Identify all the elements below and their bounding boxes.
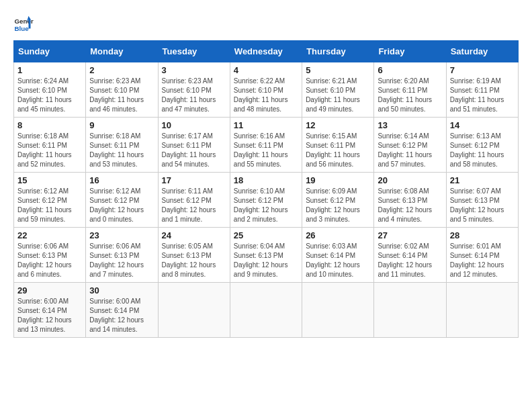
day-number: 20 <box>378 175 442 185</box>
col-header-sunday: Sunday <box>14 41 86 62</box>
day-number: 1 <box>17 65 82 75</box>
calendar-cell: 29Sunrise: 6:00 AMSunset: 6:14 PMDayligh… <box>14 283 86 338</box>
day-info: Sunrise: 6:09 AMSunset: 6:12 PMDaylight:… <box>306 187 370 224</box>
day-info: Sunrise: 6:17 AMSunset: 6:11 PMDaylight:… <box>162 132 226 169</box>
calendar-cell <box>374 283 446 338</box>
day-info: Sunrise: 6:00 AMSunset: 6:14 PMDaylight:… <box>17 297 82 334</box>
day-number: 10 <box>162 120 226 130</box>
day-info: Sunrise: 6:08 AMSunset: 6:13 PMDaylight:… <box>378 187 442 224</box>
calendar-cell: 5Sunrise: 6:21 AMSunset: 6:10 PMDaylight… <box>302 62 374 118</box>
day-info: Sunrise: 6:06 AMSunset: 6:13 PMDaylight:… <box>89 242 154 279</box>
day-info: Sunrise: 6:18 AMSunset: 6:11 PMDaylight:… <box>17 132 82 169</box>
calendar-cell: 26Sunrise: 6:03 AMSunset: 6:14 PMDayligh… <box>302 228 374 283</box>
week-row-4: 22Sunrise: 6:06 AMSunset: 6:13 PMDayligh… <box>14 228 519 283</box>
day-info: Sunrise: 6:06 AMSunset: 6:13 PMDaylight:… <box>17 242 82 279</box>
day-info: Sunrise: 6:01 AMSunset: 6:14 PMDaylight:… <box>450 242 515 279</box>
week-row-1: 1Sunrise: 6:24 AMSunset: 6:10 PMDaylight… <box>14 62 519 118</box>
day-number: 23 <box>89 230 154 240</box>
day-info: Sunrise: 6:03 AMSunset: 6:14 PMDaylight:… <box>306 242 370 279</box>
col-header-tuesday: Tuesday <box>158 41 230 62</box>
day-info: Sunrise: 6:16 AMSunset: 6:11 PMDaylight:… <box>234 132 298 169</box>
day-info: Sunrise: 6:18 AMSunset: 6:11 PMDaylight:… <box>89 132 154 169</box>
calendar-cell: 28Sunrise: 6:01 AMSunset: 6:14 PMDayligh… <box>446 228 518 283</box>
day-info: Sunrise: 6:15 AMSunset: 6:11 PMDaylight:… <box>306 132 370 169</box>
day-info: Sunrise: 6:05 AMSunset: 6:13 PMDaylight:… <box>162 242 226 279</box>
day-info: Sunrise: 6:20 AMSunset: 6:11 PMDaylight:… <box>378 77 442 114</box>
week-row-5: 29Sunrise: 6:00 AMSunset: 6:14 PMDayligh… <box>14 283 519 338</box>
calendar-cell: 22Sunrise: 6:06 AMSunset: 6:13 PMDayligh… <box>14 228 86 283</box>
calendar-cell <box>230 283 302 338</box>
day-number: 30 <box>89 285 154 295</box>
calendar-cell: 23Sunrise: 6:06 AMSunset: 6:13 PMDayligh… <box>86 228 158 283</box>
calendar-cell: 1Sunrise: 6:24 AMSunset: 6:10 PMDaylight… <box>14 62 86 118</box>
day-number: 24 <box>162 230 226 240</box>
day-number: 2 <box>89 65 154 75</box>
day-number: 11 <box>234 120 298 130</box>
day-info: Sunrise: 6:12 AMSunset: 6:12 PMDaylight:… <box>17 187 82 224</box>
calendar-cell: 19Sunrise: 6:09 AMSunset: 6:12 PMDayligh… <box>302 173 374 228</box>
calendar-cell: 25Sunrise: 6:04 AMSunset: 6:13 PMDayligh… <box>230 228 302 283</box>
day-number: 28 <box>450 230 515 240</box>
header: General Blue <box>13 13 519 34</box>
col-header-saturday: Saturday <box>446 41 518 62</box>
calendar-cell: 6Sunrise: 6:20 AMSunset: 6:11 PMDaylight… <box>374 62 446 118</box>
calendar-cell: 13Sunrise: 6:14 AMSunset: 6:12 PMDayligh… <box>374 118 446 173</box>
calendar-cell: 18Sunrise: 6:10 AMSunset: 6:12 PMDayligh… <box>230 173 302 228</box>
day-number: 27 <box>378 230 442 240</box>
day-number: 14 <box>450 120 515 130</box>
day-info: Sunrise: 6:11 AMSunset: 6:12 PMDaylight:… <box>162 187 226 224</box>
day-number: 8 <box>17 120 82 130</box>
logo-icon: General Blue <box>13 13 34 34</box>
day-number: 18 <box>234 175 298 185</box>
calendar-cell: 17Sunrise: 6:11 AMSunset: 6:12 PMDayligh… <box>158 173 230 228</box>
day-number: 4 <box>234 65 298 75</box>
calendar-cell: 24Sunrise: 6:05 AMSunset: 6:13 PMDayligh… <box>158 228 230 283</box>
calendar-cell: 2Sunrise: 6:23 AMSunset: 6:10 PMDaylight… <box>86 62 158 118</box>
day-number: 25 <box>234 230 298 240</box>
calendar-cell: 14Sunrise: 6:13 AMSunset: 6:12 PMDayligh… <box>446 118 518 173</box>
col-header-friday: Friday <box>374 41 446 62</box>
calendar-cell: 3Sunrise: 6:23 AMSunset: 6:10 PMDaylight… <box>158 62 230 118</box>
day-number: 17 <box>162 175 226 185</box>
calendar-cell: 30Sunrise: 6:00 AMSunset: 6:14 PMDayligh… <box>86 283 158 338</box>
calendar-cell: 12Sunrise: 6:15 AMSunset: 6:11 PMDayligh… <box>302 118 374 173</box>
calendar-cell <box>158 283 230 338</box>
calendar-cell <box>302 283 374 338</box>
day-info: Sunrise: 6:22 AMSunset: 6:10 PMDaylight:… <box>234 77 298 114</box>
col-header-wednesday: Wednesday <box>230 41 302 62</box>
calendar-cell: 21Sunrise: 6:07 AMSunset: 6:13 PMDayligh… <box>446 173 518 228</box>
day-info: Sunrise: 6:21 AMSunset: 6:10 PMDaylight:… <box>306 77 370 114</box>
svg-text:Blue: Blue <box>15 25 30 32</box>
svg-text:General: General <box>15 17 34 25</box>
day-info: Sunrise: 6:19 AMSunset: 6:11 PMDaylight:… <box>450 77 515 114</box>
calendar-cell: 11Sunrise: 6:16 AMSunset: 6:11 PMDayligh… <box>230 118 302 173</box>
day-info: Sunrise: 6:24 AMSunset: 6:10 PMDaylight:… <box>17 77 82 114</box>
week-row-3: 15Sunrise: 6:12 AMSunset: 6:12 PMDayligh… <box>14 173 519 228</box>
calendar-cell: 15Sunrise: 6:12 AMSunset: 6:12 PMDayligh… <box>14 173 86 228</box>
calendar-cell <box>446 283 518 338</box>
day-number: 12 <box>306 120 370 130</box>
day-info: Sunrise: 6:23 AMSunset: 6:10 PMDaylight:… <box>89 77 154 114</box>
day-number: 7 <box>450 65 515 75</box>
day-info: Sunrise: 6:00 AMSunset: 6:14 PMDaylight:… <box>89 297 154 334</box>
day-number: 6 <box>378 65 442 75</box>
day-number: 21 <box>450 175 515 185</box>
header-row: SundayMondayTuesdayWednesdayThursdayFrid… <box>14 41 519 62</box>
calendar-cell: 20Sunrise: 6:08 AMSunset: 6:13 PMDayligh… <box>374 173 446 228</box>
week-row-2: 8Sunrise: 6:18 AMSunset: 6:11 PMDaylight… <box>14 118 519 173</box>
day-number: 15 <box>17 175 82 185</box>
day-number: 22 <box>17 230 82 240</box>
day-info: Sunrise: 6:13 AMSunset: 6:12 PMDaylight:… <box>450 132 515 169</box>
day-number: 3 <box>162 65 226 75</box>
col-header-thursday: Thursday <box>302 41 374 62</box>
calendar-cell: 9Sunrise: 6:18 AMSunset: 6:11 PMDaylight… <box>86 118 158 173</box>
calendar-table: SundayMondayTuesdayWednesdayThursdayFrid… <box>13 40 519 338</box>
day-info: Sunrise: 6:04 AMSunset: 6:13 PMDaylight:… <box>234 242 298 279</box>
day-number: 16 <box>89 175 154 185</box>
calendar-cell: 4Sunrise: 6:22 AMSunset: 6:10 PMDaylight… <box>230 62 302 118</box>
day-number: 5 <box>306 65 370 75</box>
logo: General Blue <box>13 13 34 34</box>
calendar-cell: 16Sunrise: 6:12 AMSunset: 6:12 PMDayligh… <box>86 173 158 228</box>
day-info: Sunrise: 6:12 AMSunset: 6:12 PMDaylight:… <box>89 187 154 224</box>
day-info: Sunrise: 6:10 AMSunset: 6:12 PMDaylight:… <box>234 187 298 224</box>
